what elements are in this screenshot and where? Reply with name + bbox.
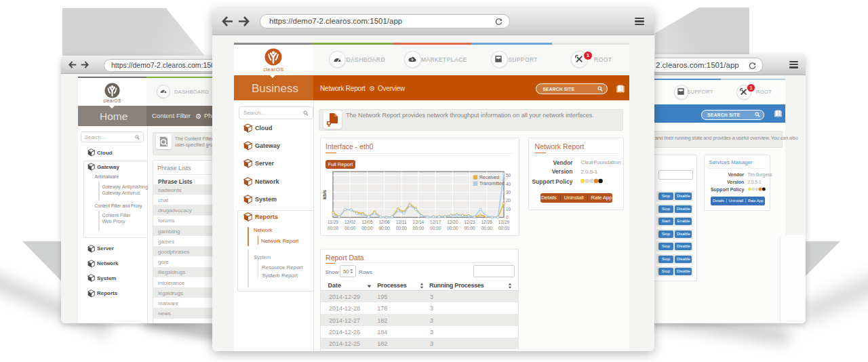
svg-text:12/20: 12/20 bbox=[447, 220, 458, 224]
svg-text:00:00: 00:00 bbox=[464, 226, 475, 230]
svg-text:kb/s: kb/s bbox=[322, 190, 327, 199]
svg-text:12/02: 12/02 bbox=[344, 220, 356, 224]
svg-text:12/23: 12/23 bbox=[464, 220, 475, 224]
svg-text:12/11: 12/11 bbox=[396, 220, 407, 224]
svg-text:00:00: 00:00 bbox=[481, 226, 493, 230]
svg-text:50: 50 bbox=[506, 173, 511, 178]
svg-text:40: 40 bbox=[506, 181, 511, 186]
svg-text:11/29: 11/29 bbox=[328, 220, 338, 224]
svg-text:00:00: 00:00 bbox=[447, 226, 458, 230]
svg-text:00:00: 00:00 bbox=[498, 226, 510, 230]
svg-text:12/17: 12/17 bbox=[430, 220, 441, 224]
svg-text:20: 20 bbox=[506, 198, 511, 203]
svg-text:00:00: 00:00 bbox=[361, 226, 373, 230]
svg-text:Transmitted: Transmitted bbox=[479, 181, 505, 186]
svg-text:12/29: 12/29 bbox=[498, 220, 510, 224]
svg-text:12/14: 12/14 bbox=[413, 220, 425, 224]
svg-text:00:00: 00:00 bbox=[328, 226, 339, 230]
svg-text:00:00: 00:00 bbox=[396, 226, 408, 230]
svg-text:Received: Received bbox=[479, 175, 499, 180]
svg-text:0: 0 bbox=[506, 215, 509, 220]
svg-text:10: 10 bbox=[506, 206, 511, 211]
svg-text:30: 30 bbox=[506, 190, 511, 195]
svg-text:00:00: 00:00 bbox=[344, 226, 356, 230]
svg-text:12/26: 12/26 bbox=[481, 220, 493, 224]
svg-text:12/05: 12/05 bbox=[361, 220, 373, 224]
svg-text:00:00: 00:00 bbox=[413, 226, 425, 230]
svg-text:12/08: 12/08 bbox=[378, 220, 390, 224]
svg-text:00:00: 00:00 bbox=[430, 226, 441, 230]
svg-text:00:00: 00:00 bbox=[378, 226, 390, 230]
